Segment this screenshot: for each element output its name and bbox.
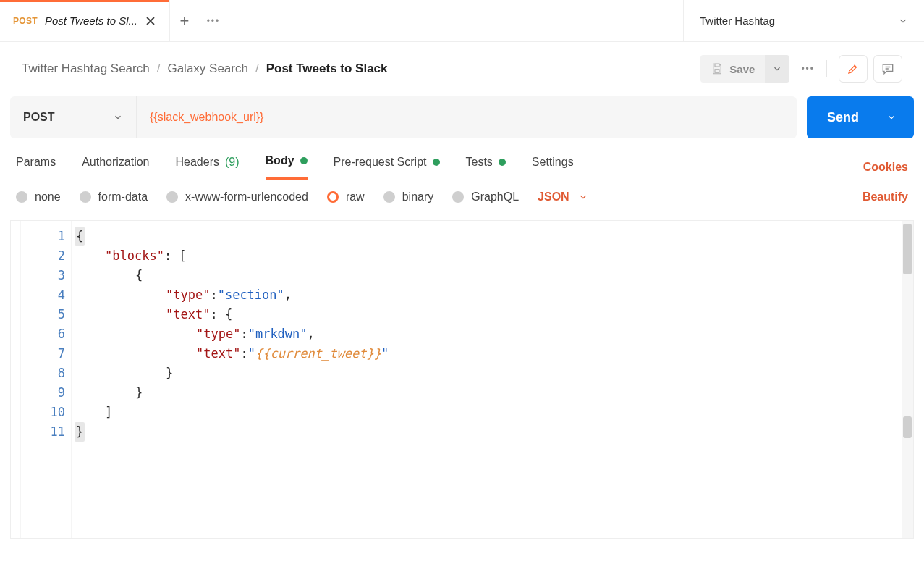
body-none-radio[interactable]: none bbox=[16, 190, 61, 203]
tab-prerequest[interactable]: Pre-request Script bbox=[334, 156, 440, 179]
save-icon bbox=[711, 62, 724, 75]
save-label: Save bbox=[729, 63, 755, 75]
body-urlencoded-radio[interactable]: x-www-form-urlencoded bbox=[166, 190, 308, 203]
chevron-down-icon bbox=[578, 192, 588, 202]
body-type-row: none form-data x-www-form-urlencoded raw… bbox=[0, 180, 924, 214]
beautify-button[interactable]: Beautify bbox=[862, 190, 908, 203]
tab-request-active[interactable]: POST Post Tweets to Sl... bbox=[0, 0, 170, 41]
svg-rect-0 bbox=[715, 64, 719, 67]
dot-indicator-icon bbox=[300, 157, 308, 164]
line-number: 6 bbox=[21, 324, 65, 344]
code-line: } bbox=[75, 364, 891, 383]
line-number: 5 bbox=[21, 305, 65, 324]
tab-title: Post Tweets to Sl... bbox=[45, 14, 137, 27]
tab-headers-label: Headers bbox=[176, 156, 219, 169]
breadcrumb-row: Twitter Hashtag Search / Galaxy Search /… bbox=[0, 42, 924, 96]
body-lang-selector[interactable]: JSON bbox=[538, 190, 588, 203]
radio-icon bbox=[166, 191, 178, 203]
code-line: { bbox=[75, 227, 891, 246]
tabs-bar: POST Post Tweets to Sl... + ••• Twitter … bbox=[0, 0, 924, 42]
chevron-down-icon bbox=[898, 16, 908, 26]
line-number: 3 bbox=[21, 266, 65, 285]
chevron-down-icon bbox=[772, 64, 782, 74]
code-line: { bbox=[75, 266, 891, 285]
request-box: POST {{slack_webhook_url}} bbox=[10, 96, 797, 138]
tab-authorization[interactable]: Authorization bbox=[82, 156, 149, 179]
line-number: 11 bbox=[21, 422, 65, 442]
new-tab-button[interactable]: + bbox=[170, 0, 199, 41]
scrollbar-thumb[interactable] bbox=[903, 416, 912, 438]
line-number-gutter: 1 2 3 4 5 6 7 8 9 10 11 bbox=[21, 221, 72, 538]
save-button[interactable]: Save bbox=[700, 55, 765, 83]
code-area[interactable]: { "blocks": [ { "type": "section", "text… bbox=[72, 221, 902, 538]
code-line: } bbox=[75, 422, 891, 442]
close-icon[interactable] bbox=[145, 15, 156, 27]
http-method-value: POST bbox=[23, 111, 55, 124]
divider bbox=[826, 60, 827, 77]
chevron-down-icon bbox=[113, 112, 123, 122]
body-binary-label: binary bbox=[402, 190, 434, 203]
radio-icon bbox=[80, 191, 91, 203]
pencil-icon bbox=[847, 62, 860, 75]
line-number: 7 bbox=[21, 344, 65, 364]
tab-method-badge: POST bbox=[13, 16, 38, 26]
radio-icon bbox=[452, 191, 464, 203]
edit-button[interactable] bbox=[839, 55, 868, 83]
breadcrumb-current: Post Tweets to Slack bbox=[266, 62, 388, 76]
save-dropdown[interactable] bbox=[765, 55, 789, 83]
url-input[interactable]: {{slack_webhook_url}} bbox=[137, 96, 797, 138]
comment-icon bbox=[881, 62, 895, 76]
body-binary-radio[interactable]: binary bbox=[383, 190, 434, 203]
http-method-selector[interactable]: POST bbox=[10, 96, 137, 138]
code-line: ] bbox=[75, 403, 891, 422]
editor-scrollbar[interactable] bbox=[902, 221, 913, 538]
tab-settings[interactable]: Settings bbox=[532, 156, 574, 179]
code-line: "type": "section", bbox=[75, 285, 891, 305]
body-graphql-radio[interactable]: GraphQL bbox=[452, 190, 519, 203]
headers-count: (9) bbox=[225, 156, 240, 169]
tab-params[interactable]: Params bbox=[16, 156, 56, 179]
tab-tests-label: Tests bbox=[466, 156, 493, 169]
more-actions-button[interactable]: ••• bbox=[801, 64, 815, 74]
breadcrumb-collection[interactable]: Twitter Hashtag Search bbox=[22, 62, 150, 76]
cookies-link[interactable]: Cookies bbox=[863, 161, 908, 174]
body-formdata-radio[interactable]: form-data bbox=[80, 190, 148, 203]
request-url-row: POST {{slack_webhook_url}} Send bbox=[0, 96, 924, 138]
line-number: 8 bbox=[21, 364, 65, 383]
body-graphql-label: GraphQL bbox=[471, 190, 519, 203]
code-line: "blocks": [ bbox=[75, 246, 891, 266]
breadcrumb-separator: / bbox=[255, 62, 259, 76]
code-line: "text": { bbox=[75, 305, 891, 324]
body-lang-label: JSON bbox=[538, 190, 569, 203]
tab-prerequest-label: Pre-request Script bbox=[334, 156, 427, 169]
body-raw-radio[interactable]: raw bbox=[327, 190, 365, 203]
tab-body[interactable]: Body bbox=[266, 154, 308, 180]
scrollbar-thumb[interactable] bbox=[903, 224, 912, 274]
breadcrumb-actions: Save ••• bbox=[700, 55, 902, 83]
comments-button[interactable] bbox=[873, 55, 902, 83]
breadcrumb: Twitter Hashtag Search / Galaxy Search /… bbox=[22, 62, 388, 76]
breadcrumb-folder[interactable]: Galaxy Search bbox=[167, 62, 248, 76]
environment-name: Twitter Hashtag bbox=[700, 14, 775, 27]
breadcrumb-separator: / bbox=[157, 62, 161, 76]
radio-icon bbox=[383, 191, 395, 203]
tab-tests[interactable]: Tests bbox=[466, 156, 506, 179]
code-line: "text": "{{current_tweet}}" bbox=[75, 344, 891, 364]
dot-indicator-icon bbox=[433, 159, 440, 166]
line-number: 1 bbox=[21, 227, 65, 246]
request-tabs: Params Authorization Headers (9) Body Pr… bbox=[0, 138, 924, 180]
url-value: {{slack_webhook_url}} bbox=[150, 111, 263, 124]
fold-gutter[interactable] bbox=[11, 221, 21, 538]
tab-overflow-button[interactable]: ••• bbox=[199, 0, 228, 41]
body-raw-label: raw bbox=[346, 190, 365, 203]
environment-selector[interactable]: Twitter Hashtag bbox=[683, 0, 924, 41]
code-line: "type": "mrkdwn", bbox=[75, 324, 891, 344]
tab-headers[interactable]: Headers (9) bbox=[176, 156, 240, 179]
send-button[interactable]: Send bbox=[807, 96, 914, 138]
line-number: 2 bbox=[21, 246, 65, 266]
send-label: Send bbox=[827, 110, 859, 125]
tab-active-indicator bbox=[0, 0, 169, 2]
code-editor[interactable]: 1 2 3 4 5 6 7 8 9 10 11 { "blocks": [ { … bbox=[10, 220, 914, 539]
line-number: 4 bbox=[21, 285, 65, 305]
chevron-down-icon bbox=[886, 112, 897, 122]
